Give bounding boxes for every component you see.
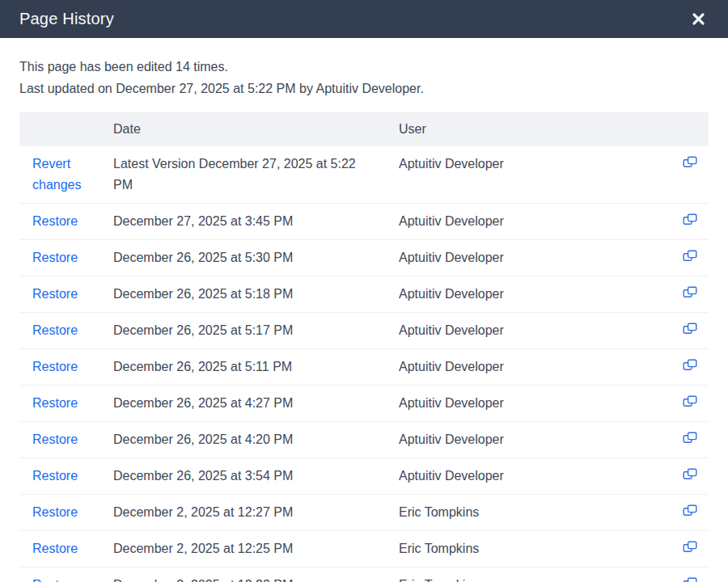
column-header-icon — [664, 112, 709, 146]
table-row: Restore December 2, 2025 at 12:27 PM Eri… — [19, 495, 709, 531]
compare-versions-icon — [683, 432, 698, 444]
version-date: December 27, 2025 at 3:45 PM — [113, 204, 399, 240]
compare-versions-icon — [683, 504, 698, 517]
version-user: Aptuitiv Developer — [399, 422, 664, 458]
version-date: December 26, 2025 at 5:11 PM — [113, 349, 399, 386]
compare-versions-icon — [683, 468, 698, 480]
restore-link[interactable]: Restore — [32, 578, 78, 582]
version-date: December 26, 2025 at 4:27 PM — [113, 386, 399, 422]
restore-link[interactable]: Restore — [32, 542, 78, 555]
last-updated-text: Last updated on December 27, 2025 at 5:2… — [19, 78, 709, 99]
history-table: Date User Revert changes Latest Version … — [19, 112, 709, 582]
column-header-date: Date — [113, 112, 399, 146]
table-row: Restore December 2, 2025 at 12:23 PM Eri… — [19, 567, 709, 582]
compare-version-button[interactable] — [683, 356, 698, 371]
version-date: December 26, 2025 at 3:54 PM — [113, 458, 399, 495]
table-row: Restore December 26, 2025 at 5:18 PM Apt… — [19, 276, 709, 313]
compare-versions-icon — [683, 156, 698, 168]
restore-link[interactable]: Restore — [32, 323, 78, 337]
compare-version-button[interactable] — [683, 393, 698, 407]
column-header-user: User — [399, 112, 664, 146]
restore-link[interactable]: Restore — [32, 432, 78, 446]
version-date: December 26, 2025 at 5:30 PM — [113, 240, 399, 276]
compare-version-button[interactable] — [683, 320, 698, 335]
compare-version-button[interactable] — [683, 502, 698, 517]
compare-versions-icon — [683, 323, 698, 335]
compare-versions-icon — [683, 250, 698, 262]
restore-link[interactable]: Restore — [32, 251, 78, 264]
version-date: Latest Version December 27, 2025 at 5:22… — [113, 146, 399, 204]
table-row: Restore December 26, 2025 at 5:30 PM Apt… — [19, 240, 709, 276]
compare-versions-icon — [683, 213, 698, 226]
compare-version-button[interactable] — [683, 284, 698, 298]
table-row: Restore December 26, 2025 at 4:27 PM Apt… — [19, 386, 709, 422]
compare-versions-icon — [683, 541, 698, 553]
edit-count-text: This page has been edited 14 times. — [19, 56, 709, 78]
revert-changes-link[interactable]: Revert changes — [32, 157, 82, 192]
compare-version-button[interactable] — [683, 247, 698, 262]
column-header-action — [19, 112, 113, 146]
table-row: Restore December 26, 2025 at 4:20 PM Apt… — [19, 422, 709, 458]
version-user: Eric Tompkins — [399, 495, 664, 531]
table-row: Restore December 2, 2025 at 12:25 PM Eri… — [19, 531, 709, 567]
version-date: December 26, 2025 at 4:20 PM — [113, 422, 399, 458]
version-date: December 26, 2025 at 5:18 PM — [113, 276, 399, 313]
page-title: Page History — [19, 10, 114, 28]
compare-version-button[interactable] — [683, 211, 698, 226]
version-date: December 26, 2025 at 5:17 PM — [113, 313, 399, 349]
version-date: December 2, 2025 at 12:23 PM — [113, 567, 399, 582]
restore-link[interactable]: Restore — [32, 214, 78, 228]
table-row: Restore December 26, 2025 at 5:17 PM Apt… — [19, 313, 709, 349]
table-row: Revert changes Latest Version December 2… — [19, 146, 709, 204]
compare-version-button[interactable] — [683, 429, 698, 444]
table-row: Restore December 27, 2025 at 3:45 PM Apt… — [19, 204, 709, 240]
compare-version-button[interactable] — [683, 154, 698, 168]
table-row: Restore December 26, 2025 at 5:11 PM Apt… — [19, 349, 709, 386]
compare-versions-icon — [683, 286, 698, 298]
version-user: Aptuitiv Developer — [399, 313, 664, 349]
version-user: Eric Tompkins — [399, 567, 664, 582]
table-header-row: Date User — [19, 112, 709, 146]
compare-versions-icon — [683, 577, 698, 582]
compare-versions-icon — [683, 359, 698, 371]
compare-versions-icon — [683, 395, 698, 407]
version-user: Eric Tompkins — [399, 531, 664, 567]
restore-link[interactable]: Restore — [32, 469, 78, 483]
table-row: Restore December 26, 2025 at 3:54 PM Apt… — [19, 458, 709, 495]
restore-link[interactable]: Restore — [32, 287, 78, 301]
compare-version-button[interactable] — [683, 538, 698, 553]
version-user: Aptuitiv Developer — [399, 146, 664, 204]
history-table-wrap: Date User Revert changes Latest Version … — [19, 112, 709, 582]
restore-link[interactable]: Restore — [32, 360, 78, 373]
close-icon — [692, 12, 705, 26]
restore-link[interactable]: Restore — [32, 505, 78, 519]
close-button[interactable] — [688, 9, 709, 29]
edit-summary: This page has been edited 14 times. Last… — [0, 38, 728, 99]
version-user: Aptuitiv Developer — [399, 349, 664, 386]
version-date: December 2, 2025 at 12:27 PM — [113, 495, 399, 531]
version-user: Aptuitiv Developer — [399, 240, 664, 276]
version-user: Aptuitiv Developer — [399, 204, 664, 240]
compare-version-button[interactable] — [683, 575, 698, 582]
version-user: Aptuitiv Developer — [399, 458, 664, 495]
version-user: Aptuitiv Developer — [399, 276, 664, 313]
compare-version-button[interactable] — [683, 466, 698, 480]
version-user: Aptuitiv Developer — [399, 386, 664, 422]
restore-link[interactable]: Restore — [32, 396, 78, 410]
modal-header: Page History — [0, 0, 728, 38]
version-date: December 2, 2025 at 12:25 PM — [113, 531, 399, 567]
